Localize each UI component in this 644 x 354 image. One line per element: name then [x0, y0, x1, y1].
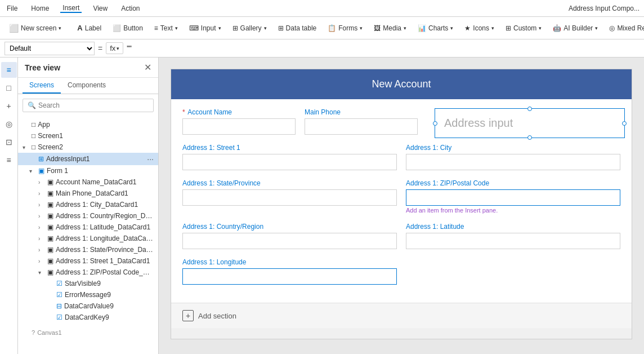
- text-chevron: ▾: [175, 25, 178, 31]
- account-name-input[interactable]: [182, 118, 296, 135]
- formula-bar-input[interactable]: [127, 45, 639, 52]
- tree-node-screen1[interactable]: □ Screen1: [18, 130, 158, 141]
- menu-home[interactable]: Home: [29, 5, 51, 12]
- label-icon: A: [77, 24, 82, 32]
- text-button[interactable]: ≡ Text ▾: [150, 22, 182, 34]
- media-button[interactable]: 🖼 Media ▾: [369, 22, 411, 34]
- longitude-label: Address 1: Longitude_DataCard1: [56, 234, 154, 242]
- tree-node-country[interactable]: › ▣ Address 1: Country/Region_DataCa...: [18, 210, 158, 222]
- address-input-overlay[interactable]: Address input: [435, 108, 625, 138]
- city-icon: ▣: [47, 201, 53, 209]
- data-card-value9-label: DataCardValue9: [64, 302, 154, 310]
- input-button[interactable]: ⌨ Input ▾: [185, 22, 226, 34]
- country-input[interactable]: [182, 233, 397, 249]
- tree-node-street1[interactable]: › ▣ Address 1: Street 1_DataCard1: [18, 255, 158, 267]
- form-canvas: New Account Address input *: [171, 69, 632, 339]
- add-section[interactable]: + Add section: [171, 303, 632, 328]
- street1-input[interactable]: [182, 154, 397, 170]
- label-button[interactable]: A Label: [73, 21, 106, 34]
- add-section-label: Add section: [198, 312, 236, 320]
- main-phone-input[interactable]: [305, 118, 418, 135]
- formula-bar-equals: =: [98, 44, 102, 53]
- tree-node-state[interactable]: › ▣ Address 1: State/Province_DataCard1: [18, 244, 158, 255]
- formula-bar-fx-button[interactable]: fx ▾: [106, 42, 123, 54]
- tree-tab-components[interactable]: Components: [61, 78, 113, 94]
- tree-node-zip[interactable]: ▾ ▣ Address 1: ZIP/Postal Code_DataC...: [18, 267, 158, 278]
- charts-chevron: ▾: [450, 25, 453, 31]
- icons-button[interactable]: ★ Icons ▾: [460, 22, 499, 34]
- error-message9-label: ErrorMessage9: [65, 291, 154, 299]
- tree-node-error-message9[interactable]: ☑ ErrorMessage9: [18, 289, 158, 300]
- menu-action[interactable]: Action: [119, 5, 142, 12]
- form-row-3: Address 1: State/Province Address 1: ZIP…: [182, 179, 620, 214]
- forms-button[interactable]: 📋 Forms ▾: [323, 22, 367, 34]
- main-phone-icon: ▣: [47, 189, 53, 197]
- form-row-2: Address 1: Street 1 Address 1: City: [182, 144, 620, 170]
- fx-label: fx: [110, 44, 115, 52]
- charts-button[interactable]: 📊 Charts ▾: [413, 22, 458, 34]
- state-input[interactable]: [182, 189, 397, 206]
- media-chevron: ▾: [404, 25, 406, 31]
- sidebar-icon-menu[interactable]: ≡: [1, 62, 17, 78]
- button-button[interactable]: ⬜ Button: [108, 22, 147, 34]
- sidebar-icon-search[interactable]: ◎: [1, 116, 17, 132]
- sidebar-icon-data[interactable]: ⊡: [1, 134, 17, 150]
- address-input1-more-icon[interactable]: ···: [147, 154, 154, 163]
- tree-node-data-card-value9[interactable]: ⊟ DataCardValue9: [18, 300, 158, 312]
- tree-header: Tree view ✕: [18, 57, 158, 78]
- latitude-label: Address 1: Latitude_DataCard1: [56, 223, 154, 231]
- app-label: App: [38, 121, 154, 129]
- field-zip: Address 1: ZIP/Postal Code Add an item f…: [406, 179, 620, 214]
- error-message9-icon: ☑: [56, 291, 62, 299]
- tree-close-button[interactable]: ✕: [144, 62, 151, 73]
- field-longitude: Address 1: Longitude: [182, 258, 397, 285]
- account-name-label: Account Name_DataCard1: [56, 178, 154, 186]
- field-state: Address 1: State/Province: [182, 179, 397, 214]
- tree-content: □ App □ Screen1 ▾ □ Screen2 ⊞ AddressInp…: [18, 117, 158, 354]
- tree-node-form1[interactable]: ▾ ▣ Form 1: [18, 165, 158, 176]
- new-screen-button[interactable]: ⬜ New screen ▾: [5, 21, 66, 35]
- latitude-input[interactable]: [406, 233, 620, 249]
- tree-panel: Tree view ✕ Screens Components 🔍 □ App □…: [18, 57, 159, 354]
- sidebar-icon-settings[interactable]: ≡: [1, 152, 17, 168]
- menu-insert[interactable]: Insert: [60, 4, 82, 13]
- formula-bar-dropdown[interactable]: Default: [5, 42, 95, 55]
- tree-node-latitude[interactable]: › ▣ Address 1: Latitude_DataCard1: [18, 222, 158, 233]
- tree-node-account-name[interactable]: › ▣ Account Name_DataCard1: [18, 176, 158, 188]
- tree-node-city[interactable]: › ▣ Address 1: City_DataCard1: [18, 199, 158, 210]
- longitude-input[interactable]: [182, 268, 397, 285]
- tree-node-longitude[interactable]: › ▣ Address 1: Longitude_DataCard1: [18, 233, 158, 244]
- tree-tab-screens[interactable]: Screens: [23, 78, 61, 94]
- menu-view[interactable]: View: [91, 5, 110, 12]
- menu-file[interactable]: File: [5, 5, 20, 12]
- ai-builder-button[interactable]: 🤖 AI Builder ▾: [548, 22, 602, 34]
- tree-node-screen2[interactable]: ▾ □ Screen2: [18, 141, 158, 153]
- tree-node-app[interactable]: □ App: [18, 119, 158, 130]
- tree-node-star-visible9[interactable]: ☑ StarVisible9: [18, 278, 158, 289]
- canvas-area: New Account Address input *: [159, 57, 644, 354]
- sidebar-icon-screens[interactable]: □: [1, 80, 17, 96]
- text-icon: ≡: [154, 24, 158, 32]
- gallery-button[interactable]: ⊞ Gallery ▾: [228, 22, 271, 34]
- sidebar-icon-add[interactable]: +: [1, 98, 17, 114]
- title-bar-right: Address Input Compo...: [569, 5, 639, 12]
- tree-node-canvas1[interactable]: ? Canvas1: [18, 328, 158, 338]
- tree-node-address-input1[interactable]: ⊞ AddressInput1 ···: [18, 153, 158, 165]
- handle-right: [622, 121, 627, 126]
- tree-node-main-phone[interactable]: › ▣ Main Phone_DataCard1: [18, 188, 158, 199]
- icons-chevron: ▾: [491, 25, 494, 31]
- custom-icon: ⊞: [506, 24, 511, 32]
- search-input[interactable]: [38, 101, 149, 109]
- city-input[interactable]: [406, 154, 620, 170]
- field-main-phone: Main Phone: [305, 108, 418, 135]
- data-table-button[interactable]: ⊞ Data table: [274, 22, 321, 34]
- mixed-reality-button[interactable]: ◎ Mixed Reality ▾: [605, 22, 644, 34]
- media-icon: 🖼: [374, 24, 381, 32]
- street1-icon: ▣: [47, 257, 53, 265]
- latitude-icon: ▣: [47, 223, 53, 231]
- zip-input[interactable]: [406, 189, 620, 206]
- main-phone-label: Main Phone: [305, 108, 418, 116]
- data-table-icon: ⊞: [278, 24, 284, 32]
- custom-button[interactable]: ⊞ Custom ▾: [501, 22, 546, 34]
- tree-node-data-card-key9[interactable]: ☑ DataCardKey9: [18, 312, 158, 323]
